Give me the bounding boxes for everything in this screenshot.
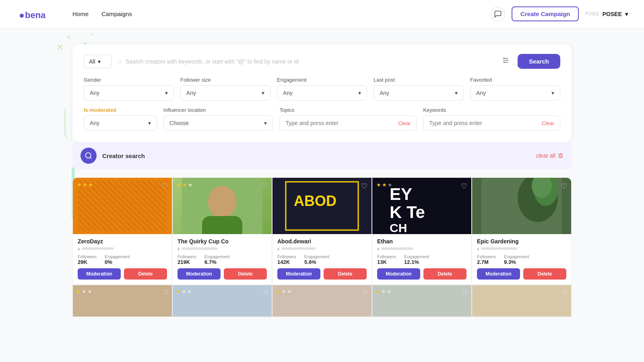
creator-card-4: EY K Te CH ★ ★ ★ ♡ Ethan ♪: [372, 177, 472, 285]
follower-size-filter: Follower size Any ▾: [180, 77, 270, 101]
card-2-engagement-value: 6.7%: [204, 259, 229, 265]
card-3-followers-value: 142K: [277, 259, 296, 265]
star-icon: ☆: [117, 58, 122, 65]
card-5-handle: ♪: [477, 246, 566, 251]
card-4-heart[interactable]: ♡: [461, 182, 467, 191]
card-1-body: ZeroDayz ♪ Followers 29K Engagement 0%: [73, 234, 172, 284]
card-5-heart[interactable]: ♡: [561, 182, 567, 191]
creator-card-3: ABOD ♡ Abod.dewari ♪ Followers 142K: [272, 177, 372, 285]
svg-rect-12: [202, 216, 242, 234]
card-5-followers-value: 2.7M: [477, 259, 496, 265]
creator-card-2: ★ ★ ★ ♡ The Quirky Cup Co ♪ Followers 21…: [172, 177, 272, 285]
bottom-card-1-heart[interactable]: ♡: [163, 288, 169, 296]
card-4-delete-button[interactable]: Delete: [423, 268, 466, 280]
engagement-select[interactable]: Any ▾: [277, 85, 367, 101]
topics-clear-button[interactable]: Clear: [398, 120, 411, 126]
message-icon[interactable]: [491, 7, 505, 21]
bottom-card-4: ★ ★ ★ ♡: [372, 285, 472, 317]
platform-select[interactable]: All ▾: [84, 55, 112, 68]
svg-point-6: [506, 60, 508, 61]
svg-text:K Te: K Te: [390, 203, 425, 222]
bottom-card-2-heart[interactable]: ♡: [263, 288, 268, 296]
card-2-delete-button[interactable]: Delete: [224, 268, 267, 280]
card-1-heart[interactable]: ♡: [161, 182, 168, 191]
card-5-body: Epic Gardening ♪ Followers 2.7M Engageme…: [472, 234, 571, 284]
card-3-stats: Followers 142K Engagement 5.6%: [277, 254, 367, 265]
card-4-followers-label: Followers: [377, 254, 396, 259]
is-moderated-value: Any: [90, 120, 99, 126]
card-4-handle: ♪: [377, 246, 466, 251]
search-container: All ▾ ☆ Search creators with keywords, o…: [72, 44, 572, 142]
bottom-card-4-stars: ★ ★ ★: [376, 288, 392, 294]
bottom-card-1: ★ ★ ★ ♡: [72, 285, 172, 317]
keywords-filter: Keywords Clear: [423, 107, 560, 131]
is-moderated-select[interactable]: Any ▾: [84, 115, 157, 131]
user-name: POSEE: [603, 11, 622, 17]
card-5-delete-button[interactable]: Delete: [523, 268, 566, 280]
favorited-select[interactable]: Any ▾: [470, 85, 560, 101]
topics-label: Topics: [279, 107, 417, 113]
card-5-moderation-button[interactable]: Moderation: [477, 268, 520, 280]
bottom-card-4-heart[interactable]: ♡: [462, 288, 468, 296]
card-3-delete-button[interactable]: Delete: [324, 268, 367, 280]
card-4-engagement-label: Engagement: [404, 254, 429, 259]
search-input-wrap: ☆ Search creators with keywords, or star…: [117, 58, 493, 65]
influencer-location-chevron-icon: ▾: [264, 120, 267, 126]
engagement-value: Any: [283, 90, 293, 96]
search-button[interactable]: Search: [518, 54, 560, 69]
card-4-moderation-button[interactable]: Moderation: [377, 268, 420, 280]
card-1-actions: Moderation Delete: [78, 268, 167, 280]
keywords-input[interactable]: [429, 120, 542, 126]
card-5-name: Epic Gardening: [477, 238, 566, 245]
topics-input[interactable]: [285, 120, 398, 126]
last-post-chevron-icon: ▾: [455, 90, 458, 96]
search-top-row: All ▾ ☆ Search creators with keywords, o…: [84, 54, 560, 69]
card-5-followers-label: Followers: [477, 254, 496, 259]
influencer-location-select[interactable]: Choose ▾: [163, 115, 273, 131]
card-2-actions: Moderation Delete: [178, 268, 267, 280]
engagement-chevron-icon: ▾: [358, 90, 361, 96]
keywords-input-wrap: Clear: [423, 115, 560, 131]
bottom-card-2: ★ ★ ★ ♡: [172, 285, 272, 317]
creator-cards-grid: ★ ★ ★ ♡ ZeroDayz ♪ Followers 29K: [72, 177, 572, 285]
gender-select[interactable]: Any ▾: [84, 85, 174, 101]
last-post-filter: Last post Any ▾: [374, 77, 464, 101]
svg-point-5: [504, 58, 505, 59]
clear-all-button[interactable]: clear all: [536, 152, 564, 159]
card-1-stars: ★ ★ ★: [77, 182, 93, 188]
card-3-body: Abod.dewari ♪ Followers 142K Engagement …: [272, 234, 372, 284]
svg-point-8: [86, 153, 91, 158]
nav-right: Create Campaign POSEE POSEE ▾: [491, 6, 628, 21]
card-3-engagement-label: Engagement: [304, 254, 329, 259]
influencer-location-filter: Influencer location Choose ▾: [163, 107, 273, 131]
filter-icon-button[interactable]: [498, 55, 513, 68]
card-3-moderation-button[interactable]: Moderation: [277, 268, 320, 280]
card-1-engagement-label: Engagement: [105, 254, 130, 259]
gender-filter: Gender Any ▾: [84, 77, 174, 101]
card-2-body: The Quirky Cup Co ♪ Followers 219K Engag…: [173, 234, 272, 284]
card-2-heart[interactable]: ♡: [261, 182, 268, 191]
follower-select[interactable]: Any ▾: [180, 85, 270, 101]
bottom-card-3-heart[interactable]: ♡: [363, 288, 368, 296]
keywords-clear-button[interactable]: Clear: [542, 120, 554, 126]
card-3-engagement-value: 5.6%: [304, 259, 329, 265]
influencer-location-value: Choose: [169, 120, 189, 126]
create-campaign-button[interactable]: Create Campaign: [512, 6, 579, 21]
navbar: bena Home Campaigns Create Campaign POSE…: [0, 0, 644, 28]
user-menu[interactable]: POSEE POSEE ▾: [585, 11, 628, 17]
bottom-card-5-heart[interactable]: ♡: [562, 288, 568, 296]
last-post-select[interactable]: Any ▾: [374, 85, 464, 101]
card-3-heart[interactable]: ♡: [361, 182, 367, 191]
card-1-engagement-value: 0%: [105, 259, 130, 265]
nav-home[interactable]: Home: [72, 10, 89, 17]
card-1-delete-button[interactable]: Delete: [124, 268, 167, 280]
gender-value: Any: [90, 90, 99, 96]
card-2-moderation-button[interactable]: Moderation: [178, 268, 221, 280]
card-1-stats: Followers 29K Engagement 0%: [78, 254, 167, 265]
influencer-location-label: Influencer location: [163, 107, 273, 113]
card-1-moderation-button[interactable]: Moderation: [78, 268, 121, 280]
nav-campaigns[interactable]: Campaigns: [101, 10, 132, 17]
tiktok-icon: ♪: [78, 246, 80, 251]
favorited-label: Favorited: [470, 77, 560, 83]
creator-search-icon: [80, 148, 97, 164]
